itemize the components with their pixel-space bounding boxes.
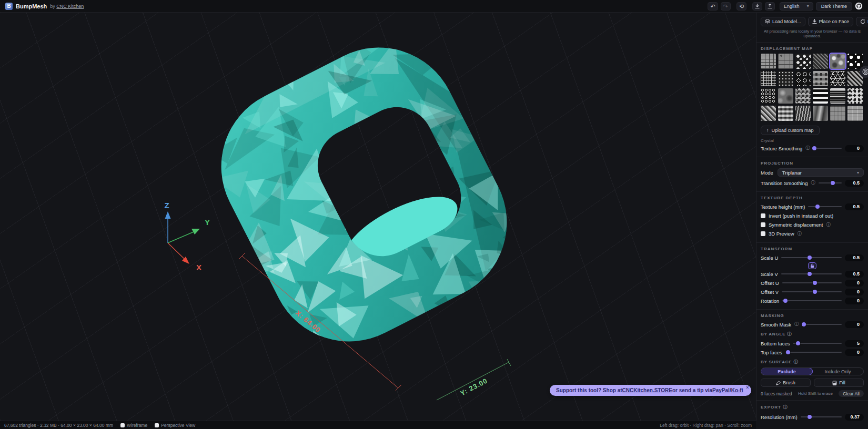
download-button[interactable]: [752, 2, 762, 11]
load-model-button[interactable]: Load Model...: [761, 17, 805, 26]
texture-tile-fine-lines[interactable]: [830, 88, 845, 104]
texture-smoothing-slider[interactable]: [813, 145, 842, 152]
section-title-displacement: DISPLACEMENT MAP: [761, 46, 864, 51]
bottom-faces-row: Bottom faces 5: [761, 340, 864, 347]
smooth-mask-row: Smooth Mask ⓘ 0: [761, 321, 864, 328]
rotation-slider[interactable]: [782, 297, 842, 304]
texture-tile-wood-grain[interactable]: [847, 106, 863, 121]
axis-z-label: Z: [164, 201, 169, 210]
scale-v-slider[interactable]: [781, 270, 842, 278]
app-title: BumpMesh: [16, 3, 47, 9]
slider-thumb[interactable]: [808, 415, 812, 419]
invert-checkbox[interactable]: [761, 213, 765, 218]
scale-u-slider[interactable]: [781, 254, 842, 261]
slider-thumb[interactable]: [831, 181, 835, 185]
texture-tile-dot-grid[interactable]: [778, 71, 793, 86]
spiral-widget-button[interactable]: [860, 66, 868, 78]
store-link[interactable]: CNCKitchen.STORE: [622, 387, 672, 393]
texture-tile-planks[interactable]: [830, 106, 845, 121]
wireframe-checkbox[interactable]: [120, 423, 125, 427]
offset-v-value: 0: [845, 289, 864, 295]
texture-tile-rough-noise[interactable]: [795, 88, 811, 104]
surface-mode-segmented: Exclude Include Only: [761, 367, 864, 375]
transform-section: TRANSFORM Scale U 0.5 Scale V 0.5: [756, 242, 868, 309]
texture-tile-marble[interactable]: [813, 106, 828, 121]
close-icon[interactable]: ×: [746, 385, 749, 390]
texture-height-slider[interactable]: [808, 203, 842, 210]
dimension-y: Y: 23.00: [437, 359, 511, 400]
slider-thumb[interactable]: [813, 290, 817, 294]
reset-icon: ⟲: [739, 3, 744, 9]
slider-thumb[interactable]: [812, 146, 816, 150]
slider-thumb[interactable]: [802, 322, 806, 326]
include-only-tab[interactable]: Include Only: [812, 368, 863, 375]
texture-tile-pixel-noise[interactable]: [813, 71, 828, 86]
slider-thumb[interactable]: [783, 299, 788, 303]
slider-thumb[interactable]: [808, 256, 812, 260]
reset-view-button[interactable]: ⟲: [736, 2, 746, 11]
brush-button[interactable]: Brush: [761, 379, 811, 387]
kofi-link[interactable]: Ko-fi: [731, 387, 743, 393]
mesh-stats: 67,602 triangles · 2.32 MB · 64.00 × 23.…: [4, 423, 113, 428]
offset-v-slider[interactable]: [782, 288, 842, 295]
symmetric-displacement-checkbox[interactable]: [761, 222, 765, 227]
shift-erase-hint: Hold Shift to erase: [794, 391, 837, 396]
export-section: EXPORT ⓘ Resolution (mm) 0.37 Output Tri…: [756, 400, 868, 421]
cnc-kitchen-link[interactable]: CNC Kitchen: [56, 4, 84, 9]
projection-mode-select[interactable]: Triplanar ▾: [778, 168, 864, 177]
section-title-texture-depth: TEXTURE DEPTH: [761, 196, 864, 200]
by-angle-subtitle: BY ANGLE ⓘ: [761, 331, 864, 338]
texture-tile-stone-wall[interactable]: [778, 54, 793, 69]
offset-u-slider[interactable]: [782, 279, 842, 287]
texture-tile-bricks[interactable]: [761, 54, 776, 69]
transition-smoothing-slider[interactable]: [819, 179, 842, 187]
texture-tile-polka-dots[interactable]: [847, 54, 863, 69]
slider-thumb[interactable]: [796, 341, 800, 345]
fill-button[interactable]: Fill: [814, 379, 864, 387]
undo-button[interactable]: ↶: [708, 2, 718, 11]
github-icon[interactable]: [855, 2, 863, 10]
section-title-transform: TRANSFORM: [761, 247, 864, 251]
upload-button[interactable]: [765, 2, 775, 11]
cube-icon: [765, 19, 770, 24]
texture-tile-hex-mesh[interactable]: [795, 71, 811, 86]
bottom-faces-slider[interactable]: [793, 340, 842, 347]
3d-preview-checkbox[interactable]: [761, 231, 765, 236]
slider-thumb[interactable]: [813, 281, 817, 285]
scale-lock-button[interactable]: [808, 262, 816, 269]
ring-model[interactable]: [157, 13, 558, 396]
texture-tile-chainmail[interactable]: [761, 106, 776, 121]
viewport-3d[interactable]: X: 64.00 Y: 23.00 Z Y: [0, 13, 756, 421]
texture-tile-honeycomb[interactable]: [795, 54, 811, 69]
language-select[interactable]: English ▾: [780, 2, 813, 11]
faces-masked-count: 0 faces masked: [761, 391, 792, 396]
texture-tile-bold-stripes[interactable]: [813, 88, 828, 104]
texture-tile-confetti[interactable]: [847, 88, 863, 104]
slider-thumb[interactable]: [786, 350, 790, 354]
scale-v-row: Scale V 0.5: [761, 270, 864, 278]
rotate-button[interactable]: Rotate: [856, 17, 868, 26]
texture-tile-plaid[interactable]: [761, 71, 776, 86]
smooth-mask-slider[interactable]: [802, 321, 842, 328]
slider-thumb[interactable]: [808, 272, 812, 276]
redo-button[interactable]: ↷: [721, 2, 731, 11]
texture-tile-wave-weave[interactable]: [795, 106, 811, 121]
top-faces-slider[interactable]: [785, 349, 842, 356]
theme-toggle-button[interactable]: Dark Theme: [816, 2, 852, 11]
axis-gizmo: Z Y X: [164, 201, 210, 272]
clear-all-button[interactable]: Clear All: [839, 390, 864, 397]
exclude-tab[interactable]: Exclude: [761, 367, 813, 375]
upload-custom-map-button[interactable]: ↑ Upload custom map: [761, 126, 820, 135]
texture-tile-diagonal-stripes[interactable]: [813, 54, 828, 69]
resolution-slider[interactable]: [801, 413, 842, 421]
texture-tile-micro-honeycomb[interactable]: [761, 88, 776, 104]
paypal-link[interactable]: PayPal: [712, 387, 730, 393]
texture-tile-crystal[interactable]: [830, 54, 845, 69]
perspective-view-checkbox[interactable]: [155, 423, 159, 427]
texture-tile-woven-plaid[interactable]: [778, 106, 793, 121]
texture-tile-soft-noise[interactable]: [778, 88, 793, 104]
slider-thumb[interactable]: [815, 205, 820, 209]
place-on-face-button[interactable]: Place on Face: [808, 17, 854, 26]
top-faces-value: 0: [845, 349, 864, 356]
texture-tile-triangle-lattice[interactable]: [830, 71, 845, 86]
